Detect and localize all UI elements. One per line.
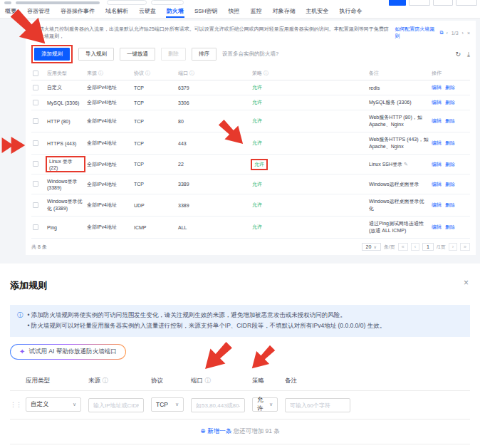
firewall-info-banner: ⓘ 防火墙只控制服务器的入流量，出流量默认允许除25端口外所有请求。可以设置允许… [31, 24, 470, 41]
row-checkbox[interactable] [33, 100, 38, 105]
tab-ssh-key[interactable]: SSH密钥 [194, 5, 218, 18]
ai-assist-button[interactable]: ✦ 试试用 AI 帮助你放通防火墙端口 [10, 344, 126, 360]
chevron-down-icon: ∨ [73, 402, 76, 407]
cell-port: 3389 [177, 174, 251, 194]
edit-link[interactable]: 编辑 [432, 224, 442, 229]
form-col-port: 端口 ⓘ [191, 377, 245, 385]
cell-protocol: TCP [132, 80, 177, 95]
edit-link[interactable]: 编辑 [432, 85, 442, 90]
remark-input[interactable] [285, 398, 350, 412]
delete-link[interactable]: 删除 [445, 224, 455, 229]
delete-link[interactable]: 删除 [445, 202, 455, 207]
edit-link[interactable]: 编辑 [432, 118, 442, 123]
multi-instance-firewall-link[interactable]: 设置多台实例的防火墙? [222, 51, 278, 58]
cell-remark: redis [367, 80, 430, 95]
firewall-toolbar: 添加规则 导入规则 一键放通 删除 排序 设置多台实例的防火墙? ↻ ⤓ [31, 45, 470, 63]
banner-close-icon[interactable]: × [467, 31, 470, 36]
info-icon[interactable]: ⓘ [204, 377, 211, 384]
header-action-button[interactable] [433, 0, 453, 6]
info-icon: ⓘ [17, 310, 24, 332]
download-icon[interactable]: ⤓ [467, 51, 470, 58]
row-checkbox[interactable] [33, 181, 38, 187]
header-primary-button[interactable] [389, 0, 406, 6]
rule-form-row: ⋮⋮ 自定义∨ TCP∨ 允许∨ [10, 390, 470, 420]
total-count: 共 8 条 [31, 244, 47, 251]
delete-link[interactable]: 删除 [445, 85, 455, 90]
open-all-button[interactable]: 一键放通 [120, 48, 155, 61]
edit-link[interactable]: 编辑 [432, 202, 442, 207]
banner-next-icon[interactable]: › [462, 31, 464, 36]
close-icon[interactable]: × [464, 278, 469, 288]
row-checkbox[interactable] [33, 85, 38, 90]
row-checkbox[interactable] [33, 224, 38, 230]
select-all-checkbox[interactable] [33, 71, 38, 76]
tab-host-security[interactable]: 主机安全 [305, 5, 329, 18]
last-page-button[interactable]: » [460, 243, 470, 251]
chevron-down-icon: ∨ [269, 402, 273, 407]
edit-link[interactable]: 编辑 [432, 162, 442, 167]
col-remark: 备注 [367, 67, 430, 80]
port-input[interactable] [191, 398, 245, 412]
table-header-row: 应用类型 来源 ⓘ 协议 ⓘ 端口 ⓘ 策略 ⓘ 备注 操作 [31, 67, 470, 80]
notice-line: • 防火墙规则可以对轻量应用服务器实例的入流量进行控制，来源支持单个IP、CID… [28, 321, 386, 331]
tab-container-events[interactable]: 容器操作事件 [60, 5, 95, 18]
row-checkbox[interactable] [33, 118, 38, 124]
tab-cloud-disk[interactable]: 云硬盘 [138, 5, 157, 18]
cell-remark: Windows远程桌面登录优化 [367, 194, 430, 217]
edit-remark-icon[interactable]: ✎ [404, 162, 408, 167]
next-page-button[interactable]: › [449, 243, 457, 251]
row-checkbox[interactable] [33, 161, 38, 167]
delete-link[interactable]: 删除 [445, 118, 455, 123]
banner-text: 防火墙只控制服务器的入流量，出流量默认允许除25端口外所有请求。可以设置允许或拒… [39, 26, 392, 40]
first-page-button[interactable]: « [398, 243, 408, 251]
header-action-button[interactable] [409, 0, 430, 6]
tab-firewall[interactable]: 防火墙 [166, 5, 184, 18]
header-blur-pill [107, 0, 147, 5]
cell-protocol: TCP [132, 95, 177, 110]
add-row-link[interactable]: 新增一条 [207, 427, 231, 434]
info-icon[interactable]: ⓘ [98, 71, 103, 75]
info-icon[interactable]: ⓘ [264, 71, 268, 75]
delete-link[interactable]: 删除 [445, 162, 455, 167]
import-rule-button[interactable]: 导入规则 [78, 48, 114, 61]
header-action-button[interactable] [456, 0, 477, 6]
add-rule-button[interactable]: 添加规则 [34, 48, 70, 61]
delete-link[interactable]: 删除 [445, 100, 455, 105]
delete-button[interactable]: 删除 [161, 48, 186, 61]
tab-snapshot[interactable]: 快照 [227, 5, 240, 18]
tab-dns[interactable]: 域名解析 [105, 5, 129, 18]
cell-port: 3306 [177, 95, 251, 110]
edit-link[interactable]: 编辑 [432, 100, 442, 105]
notice-line: • 添加防火墙规则将使实例的可访问范围发生变化，请关注规则生效的来源，避免增加被… [28, 310, 386, 321]
edit-link[interactable]: 编辑 [432, 140, 442, 145]
sort-button[interactable]: 排序 [192, 48, 216, 61]
info-icon[interactable]: ⓘ [189, 71, 194, 75]
tab-cos[interactable]: 对象存储 [271, 5, 296, 18]
row-checkbox[interactable] [33, 140, 38, 146]
info-icon[interactable]: ⓘ [102, 377, 108, 384]
cell-policy: 允许 [251, 80, 367, 95]
tab-run-command[interactable]: 执行命令 [338, 5, 362, 18]
delete-link[interactable]: 删除 [445, 182, 455, 187]
banner-help-link[interactable]: 如何配置防火墙规则 [395, 26, 437, 40]
form-col-remark: 备注 [285, 377, 350, 385]
prev-page-button[interactable]: ‹ [411, 243, 419, 251]
drag-handle-icon[interactable]: ⋮⋮ [10, 403, 19, 407]
page-size-select[interactable]: 20∨ [362, 243, 381, 251]
info-icon[interactable]: ⓘ [145, 71, 150, 75]
row-checkbox[interactable] [33, 202, 38, 208]
delete-link[interactable]: 删除 [445, 140, 455, 145]
policy-select[interactable]: 允许∨ [252, 397, 278, 412]
app-type-select[interactable]: 自定义∨ [26, 397, 81, 412]
source-input[interactable] [88, 398, 144, 412]
edit-link[interactable]: 编辑 [432, 182, 442, 187]
col-protocol: 协议 ⓘ [132, 67, 177, 80]
tab-container-mgmt[interactable]: 容器管理 [26, 5, 51, 18]
banner-prev-icon[interactable]: ‹ [446, 31, 447, 36]
cell-source: 全部IPv4地址 [85, 174, 132, 194]
tab-monitor[interactable]: 监控 [249, 5, 262, 18]
tab-overview[interactable]: 概要 [4, 5, 17, 18]
current-page-input[interactable]: 1 [422, 243, 434, 251]
refresh-icon[interactable]: ↻ [455, 51, 461, 58]
protocol-select[interactable]: TCP∨ [151, 397, 184, 412]
